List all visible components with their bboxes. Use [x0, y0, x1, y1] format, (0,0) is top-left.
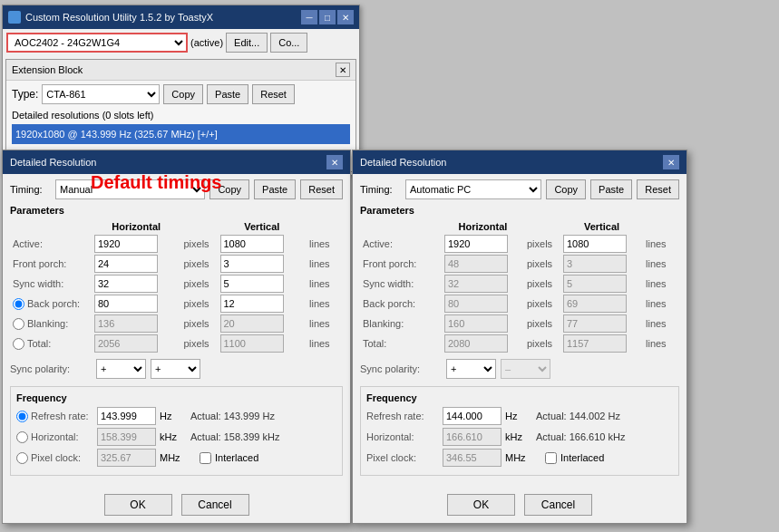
back-porch-row-right: Back porch: 80 pixels 69 lines: [360, 294, 679, 314]
total-v-input-left[interactable]: 1100: [220, 334, 284, 353]
interlaced-checkbox-left[interactable]: [200, 452, 211, 464]
fp-v-unit-left: lines: [307, 254, 343, 274]
close-button[interactable]: ✕: [337, 10, 354, 24]
dialog-left-close-button[interactable]: ✕: [326, 155, 343, 169]
blanking-radio-left[interactable]: [13, 318, 24, 330]
total-label-right: Total:: [360, 334, 442, 353]
blanking-row-right: Blanking: 160 pixels 77 lines: [360, 314, 679, 334]
pixelclock-radio-left[interactable]: [16, 452, 28, 464]
reset-button-left[interactable]: Reset: [300, 179, 343, 199]
interlaced-checkbox-right[interactable]: [545, 452, 557, 464]
copy-button-left[interactable]: Copy: [209, 179, 249, 199]
dialog-left-content: Timing: Manual Copy Paste Reset Paramete…: [3, 174, 350, 488]
fp-h-unit-right: pixels: [524, 254, 560, 274]
cancel-button-right[interactable]: Cancel: [524, 494, 592, 516]
blanking-h-input-right[interactable]: 160: [444, 314, 508, 333]
dialog-right: Detailed Resolution ✕ Timing: Automatic …: [352, 150, 687, 524]
refresh-input-left[interactable]: 143.999: [97, 407, 156, 425]
sync-v-select-left[interactable]: +: [151, 359, 200, 379]
sync-width-v-input-left[interactable]: 5: [220, 275, 284, 293]
active-v-input-right[interactable]: 1080: [563, 235, 627, 253]
fp-v-unit-right: lines: [643, 254, 679, 274]
sync-h-select-left[interactable]: +: [96, 359, 146, 379]
front-porch-h-input-right[interactable]: 48: [444, 255, 508, 273]
ext-close-button[interactable]: ✕: [336, 63, 350, 77]
back-porch-h-input-left[interactable]: 80: [94, 295, 158, 313]
sw-h-unit-left: pixels: [181, 274, 218, 294]
sync-width-v-input-right[interactable]: 5: [563, 275, 627, 293]
dialog-right-close-button[interactable]: ✕: [663, 155, 679, 169]
cancel-button-left[interactable]: Cancel: [181, 494, 249, 516]
total-radio-left[interactable]: [13, 338, 24, 350]
pixelclock-input-right[interactable]: 346.55: [443, 449, 501, 467]
interlaced-label-left: Interlaced: [215, 452, 258, 463]
ext-slots-label: Detailed resolutions (0 slots left): [6, 108, 355, 122]
pixelclock-input-left[interactable]: 325.67: [97, 449, 156, 467]
ok-button-left[interactable]: OK: [104, 494, 172, 516]
horizontal-input-right[interactable]: 166.610: [443, 428, 501, 446]
active-v-input-left[interactable]: 1080: [220, 235, 284, 253]
reset-button-right[interactable]: Reset: [637, 179, 679, 199]
front-porch-row-right: Front porch: 48 pixels 3 lines: [360, 254, 679, 274]
back-porch-v-input-right[interactable]: 69: [563, 295, 627, 313]
horizontal-radio-left[interactable]: [16, 431, 28, 443]
front-porch-v-input-left[interactable]: 3: [220, 255, 284, 273]
front-porch-v-input-right[interactable]: 3: [563, 255, 627, 273]
sync-v-select-right[interactable]: –: [501, 359, 550, 379]
active-h-input-left[interactable]: 1920: [94, 235, 158, 253]
horizontal-unit-right: kHz: [505, 431, 532, 442]
h-header-left: Horizontal: [92, 219, 181, 234]
total-v-input-right[interactable]: 1157: [563, 334, 627, 353]
active-h-input-right[interactable]: 1920: [444, 235, 508, 253]
sw-v-unit-left: lines: [307, 274, 343, 294]
active-v-unit-left: lines: [307, 234, 343, 254]
refresh-input-right[interactable]: 144.000: [443, 407, 501, 425]
back-porch-h-input-right[interactable]: 80: [444, 295, 508, 313]
total-h-input-left[interactable]: 2056: [94, 334, 158, 353]
horizontal-input-left[interactable]: 158.399: [97, 428, 156, 446]
back-porch-radio-left[interactable]: [13, 298, 24, 310]
pixelclock-label-left: Pixel clock:: [31, 452, 81, 463]
app-icon: [8, 11, 21, 24]
sync-width-h-input-left[interactable]: 32: [94, 275, 158, 293]
pixelclock-label-right: Pixel clock:: [366, 452, 439, 463]
sync-width-h-input-right[interactable]: 32: [444, 275, 508, 293]
params-table-left: Horizontal Vertical Active: 1920 pixels …: [10, 219, 343, 353]
pixelclock-unit-left: MHz: [160, 452, 187, 463]
sync-polarity-label-right: Sync polarity:: [360, 363, 442, 374]
blanking-v-input-right[interactable]: 77: [563, 314, 627, 333]
dialog-left: Detailed Resolution ✕ Timing: Manual Cop…: [2, 150, 351, 524]
ext-reset-button[interactable]: Reset: [252, 84, 295, 104]
total-label-left: Total:: [27, 338, 51, 349]
ext-copy-button[interactable]: Copy: [163, 84, 203, 104]
sync-polarity-label-left: Sync polarity:: [10, 363, 92, 374]
paste-button-right[interactable]: Paste: [590, 179, 632, 199]
edit-button[interactable]: Edit...: [226, 33, 268, 53]
back-porch-v-input-left[interactable]: 12: [220, 295, 284, 313]
total-h-input-right[interactable]: 2080: [444, 334, 508, 353]
minimize-button[interactable]: ─: [301, 10, 317, 24]
copy-button-right[interactable]: Copy: [546, 179, 586, 199]
copy-main-button[interactable]: Co...: [270, 33, 307, 53]
front-porch-h-input-left[interactable]: 24: [94, 255, 158, 273]
sw-v-unit-right: lines: [643, 274, 679, 294]
paste-button-left[interactable]: Paste: [254, 179, 296, 199]
blanking-h-input-left[interactable]: 136: [94, 314, 158, 333]
ext-type-select[interactable]: CTA-861: [42, 84, 160, 104]
ok-button-right[interactable]: OK: [447, 494, 515, 516]
resolution-item[interactable]: 1920x1080 @ 143.999 Hz (325.67 MHz) [+/+…: [12, 124, 350, 144]
ext-type-row: Type: CTA-861 Copy Paste Reset: [6, 81, 355, 108]
horizontal-label-right: Horizontal:: [366, 431, 439, 442]
refresh-unit-left: Hz: [160, 411, 187, 421]
blanking-v-input-left[interactable]: 20: [220, 314, 284, 333]
refresh-label-right: Refresh rate:: [366, 411, 439, 421]
timing-select-left[interactable]: Manual: [55, 179, 205, 199]
app-title-bar: Custom Resolution Utility 1.5.2 by Toast…: [3, 5, 359, 29]
maximize-button[interactable]: □: [319, 10, 336, 24]
monitor-select[interactable]: AOC2402 - 24G2W1G4: [6, 33, 188, 53]
freq-title-left: Frequency: [16, 392, 336, 403]
timing-select-right[interactable]: Automatic PC: [405, 179, 541, 199]
refresh-radio-left[interactable]: [16, 411, 28, 422]
ext-paste-button[interactable]: Paste: [207, 84, 248, 104]
sync-h-select-right[interactable]: +: [446, 359, 496, 379]
